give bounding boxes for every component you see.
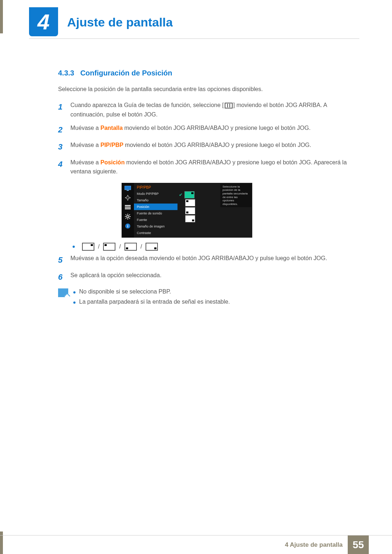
step-list: 1 Cuando aparezca la Guía de teclas de f… [58,100,356,176]
osd-row-source: Fuente [134,217,177,223]
text: moviendo el botón JOG ARRIBA/ABAJO y pre… [123,142,311,148]
osd-row-sound: Fuente de sonido [134,210,177,217]
step-body: Muévase a Pantalla moviendo el botón JOG… [70,123,356,136]
list-icon [124,204,131,210]
label: Contraste [137,231,151,235]
bullet-icon [73,246,75,248]
gear-icon [124,213,131,220]
note-list: No disponible si se selecciona PBP. La p… [73,288,230,309]
position-option-top-left [185,200,195,206]
page-footer: 4 Ajuste de pantalla 55 [0,535,392,554]
chapter-number-box: 4 [29,7,58,36]
footer-page-number: 55 [348,535,369,554]
osd-row-position-selected: Posición [134,204,177,210]
step-body: Muévase a PIP/PBP moviendo el botón JOG … [70,140,356,153]
move-icon [124,194,131,201]
step-number: 2 [58,123,65,136]
step-2: 2 Muévase a Pantalla moviendo el botón J… [58,123,356,136]
position-options-inline: / / / [73,243,356,251]
step-3: 3 Muévase a PIP/PBP moviendo el botón JO… [58,140,356,153]
menu-icon [225,103,233,108]
info-icon: i [124,223,131,229]
note-text: No disponible si se selecciona PBP. [79,288,171,295]
osd-header: PIP/PBP [134,184,177,190]
step-body: Se aplicará la opción seleccionada. [70,271,356,283]
osd-row-mode: Modo PIP/PBP [134,190,177,197]
svg-rect-4 [125,206,131,208]
section-heading: Configuración de Posición [80,69,172,77]
chapter-title: Ajuste de pantalla [67,15,173,29]
chapter-number: 4 [37,9,49,34]
svg-point-6 [127,216,129,218]
text: moviendo el botón JOG ARRIBA/ABAJO y pre… [123,125,311,131]
check-icon: ✔ [179,192,183,197]
step-body: Muévase a Posición moviendo el botón JOG… [70,158,356,176]
osd-menu-screenshot: i PIP/PBP Modo PIP/PBP Tamaño Posición F… [122,183,252,238]
step-4: 4 Muévase a Posición moviendo el botón J… [58,158,356,176]
label: Tamaño de imagen [137,225,165,228]
label: Tamaño [137,198,148,202]
step-body: Cuando aparezca la Guía de teclas de fun… [70,100,356,119]
svg-line-13 [129,214,130,215]
label: Fuente [137,218,147,222]
position-option-bottom-right [185,216,195,222]
footer-chapter-label: 4 Ajuste de pantalla [285,541,348,549]
svg-rect-2 [127,197,129,199]
position-swatch-bottom-right [146,243,158,251]
step-number: 1 [58,100,65,119]
keyword-pantalla: Pantalla [101,125,123,131]
monitor-icon [124,185,131,192]
svg-text:i: i [127,224,128,228]
keyword-pip-pbp: PIP/PBP [101,142,123,148]
position-option-bottom-left [185,208,195,214]
osd-sidebar-icons: i [122,183,134,238]
label: Posición [137,205,149,209]
section-title: 4.3.3 Configuración de Posición [58,69,356,77]
bullet-icon [73,301,75,304]
step-number: 4 [58,158,65,176]
label: Modo PIP/PBP [137,192,159,196]
keyword-posicion: Posición [101,159,125,165]
step-5: 5 Muévase a la opción deseada moviendo e… [58,254,356,266]
svg-line-11 [126,214,126,215]
header-accent-bar [0,0,3,33]
position-option-top-right-selected [185,192,194,198]
svg-rect-0 [124,186,131,190]
svg-line-14 [126,218,126,219]
position-swatch-bottom-left [124,243,137,251]
position-swatch-top-left [103,243,115,251]
section-number: 4.3.3 [58,69,74,77]
step-number: 6 [58,271,65,283]
note-item: No disponible si se selecciona PBP. [73,288,230,295]
page-content: 4.3.3 Configuración de Posición Seleccio… [58,69,356,309]
note-icon [58,288,68,297]
osd-description: Seleccione la posición de la pantalla se… [220,184,252,208]
note-item: La pantalla parpadeará si la entrada de … [73,299,230,305]
text: Muévase a [70,142,101,148]
bullet-icon [73,291,75,294]
header-divider [29,38,359,39]
svg-rect-5 [125,208,131,209]
label: Fuente de sonido [137,212,162,215]
position-swatch-top-right [82,243,94,251]
thumb-row [179,216,251,222]
text: Muévase a [70,125,101,131]
step-number: 3 [58,140,65,153]
text: Cuando aparezca la Guía de teclas de fun… [70,102,224,108]
osd-menu-list: PIP/PBP Modo PIP/PBP Tamaño Posición Fue… [134,183,177,238]
step-list-continued: 5 Muévase a la opción deseada moviendo e… [58,254,356,283]
svg-rect-1 [127,190,129,191]
svg-rect-3 [125,205,131,206]
step-1: 1 Cuando aparezca la Guía de teclas de f… [58,100,356,119]
note-text: La pantalla parpadeará si la entrada de … [79,299,230,305]
separator: / [119,243,121,250]
section-intro: Seleccione la posición de la pantalla se… [58,86,356,93]
step-body: Muévase a la opción deseada moviendo el … [70,254,356,266]
text: Muévase a [70,159,101,165]
thumb-row [179,208,251,214]
osd-row-imgsize: Tamaño de imagen [134,223,177,230]
separator: / [98,243,99,250]
svg-line-12 [129,218,130,219]
osd-row-contrast: Contraste [134,230,177,236]
osd-row-size: Tamaño [134,197,177,204]
